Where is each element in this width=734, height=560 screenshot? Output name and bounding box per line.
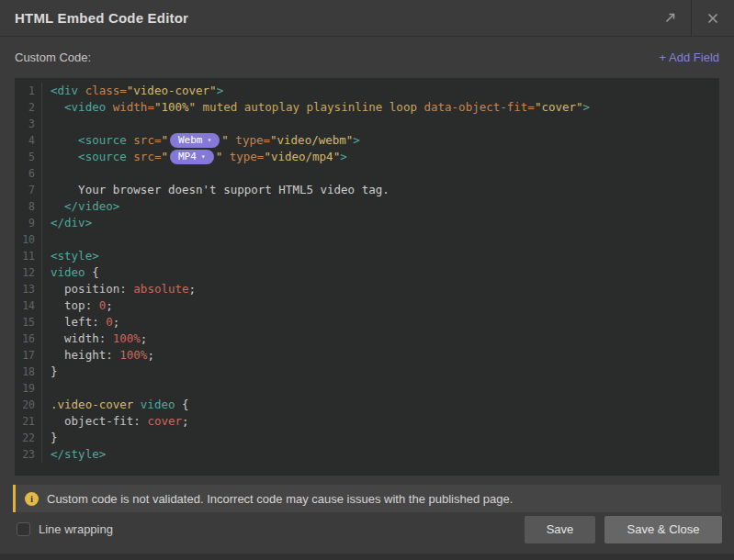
code-line: 3 (15, 116, 719, 132)
close-icon (706, 12, 719, 25)
code-line-content: object-fit: cover; (42, 413, 189, 430)
warning-bar: i Custom code is not validated. Incorrec… (13, 485, 721, 512)
code-line-content: } (42, 430, 58, 446)
webm-source-dropdown[interactable]: Webm▾ (170, 133, 220, 148)
close-button[interactable] (692, 0, 734, 37)
warning-text: Custom code is not validated. Incorrect … (47, 492, 513, 506)
expand-diagonal-icon (663, 11, 677, 25)
line-number: 14 (15, 297, 42, 314)
line-number: 19 (15, 380, 42, 397)
expand-button[interactable] (649, 0, 691, 37)
code-line: 15 left: 0; (15, 314, 719, 330)
code-line: 12video { (15, 264, 719, 281)
line-number: 16 (15, 330, 42, 347)
line-number: 4 (15, 132, 42, 149)
code-line: 2 <video width="100%" muted autoplay pla… (15, 99, 719, 116)
line-wrapping-checkbox[interactable] (17, 522, 30, 536)
line-number: 22 (15, 430, 42, 446)
code-line-content: </style> (42, 446, 106, 463)
code-line: 18} (15, 364, 719, 380)
code-line: 5 <source src="MP4▾" type="video/mp4"> (15, 149, 719, 165)
code-line: 10 (15, 231, 719, 248)
code-line-content: <style> (42, 248, 99, 264)
line-number: 9 (15, 215, 42, 231)
code-line-content: width: 100%; (42, 330, 147, 347)
code-line-content: <video width="100%" muted autoplay plays… (42, 99, 590, 116)
line-number: 10 (15, 231, 42, 248)
code-line: 17 height: 100%; (15, 347, 719, 364)
code-line-content: <source src="MP4▾" type="video/mp4"> (42, 149, 347, 165)
line-number: 3 (15, 116, 42, 132)
code-editor[interactable]: 1<div class="video-cover">2 <video width… (15, 78, 719, 476)
code-line: 21 object-fit: cover; (15, 413, 719, 430)
line-number: 1 (15, 83, 42, 99)
subheader: Custom Code: + Add Field (0, 37, 734, 78)
pill-label: MP4 (178, 150, 197, 164)
line-number: 7 (15, 182, 42, 198)
code-line-content: </video> (42, 198, 119, 215)
code-line: 22} (15, 430, 719, 446)
code-line-content: <source src="Webm▾" type="video/webm"> (42, 132, 360, 149)
line-number: 18 (15, 364, 42, 380)
code-line-content: .video-cover video { (42, 397, 189, 413)
code-line: 20.video-cover video { (15, 397, 719, 413)
code-line-content: } (42, 364, 58, 380)
line-number: 8 (15, 198, 42, 215)
code-line-content (42, 380, 51, 397)
code-line: 1<div class="video-cover"> (15, 83, 719, 99)
code-line: 19 (15, 380, 719, 397)
line-wrapping-label: Line wrapping (39, 522, 113, 536)
code-line: 9</div> (15, 215, 719, 231)
line-number: 2 (15, 99, 42, 116)
code-line-content: video { (42, 264, 99, 281)
code-line: 4 <source src="Webm▾" type="video/webm"> (15, 132, 719, 149)
dialog-bottom-edge (0, 554, 734, 560)
code-line: 8 </video> (15, 198, 719, 215)
code-line-content (42, 231, 51, 248)
footer: Line wrapping Save Save & Close (0, 512, 734, 554)
code-line-content: height: 100%; (42, 347, 154, 364)
code-line-content: <div class="video-cover"> (42, 83, 223, 99)
code-line-content: Your browser doesn't support HTML5 video… (42, 182, 390, 198)
line-number: 17 (15, 347, 42, 364)
code-line-content (42, 116, 51, 132)
line-number: 6 (15, 165, 42, 182)
chevron-down-icon: ▾ (201, 150, 206, 164)
action-buttons: Save Save & Close (525, 516, 722, 543)
line-number: 12 (15, 264, 42, 281)
custom-code-label: Custom Code: (15, 50, 91, 64)
code-line: 11<style> (15, 248, 719, 264)
code-line-content (42, 165, 51, 182)
line-number: 13 (15, 281, 42, 297)
info-icon: i (25, 492, 39, 506)
chevron-down-icon: ▾ (207, 133, 211, 148)
mp4-source-dropdown[interactable]: MP4▾ (170, 150, 214, 164)
line-number: 5 (15, 149, 42, 165)
line-number: 23 (15, 446, 42, 463)
code-line-content: position: absolute; (42, 281, 196, 297)
code-line: 16 width: 100%; (15, 330, 719, 347)
line-number: 11 (15, 248, 42, 264)
code-line: 13 position: absolute; (15, 281, 719, 297)
code-line-content: left: 0; (42, 314, 119, 330)
line-wrapping-option[interactable]: Line wrapping (17, 522, 113, 536)
save-and-close-button[interactable]: Save & Close (604, 516, 722, 543)
code-line: 14 top: 0; (15, 297, 719, 314)
line-number: 20 (15, 397, 42, 413)
line-number: 15 (15, 314, 42, 330)
code-line: 23</style> (15, 446, 719, 463)
titlebar: HTML Embed Code Editor (0, 0, 734, 37)
pill-label: Webm (178, 133, 203, 148)
save-button[interactable]: Save (525, 516, 595, 543)
code-line-content: </div> (42, 215, 92, 231)
html-embed-code-editor-dialog: HTML Embed Code Editor Custom Code: + Ad… (0, 0, 734, 560)
line-number: 21 (15, 413, 42, 430)
dialog-title: HTML Embed Code Editor (0, 10, 649, 26)
code-line: 6 (15, 165, 719, 182)
add-field-button[interactable]: + Add Field (660, 50, 719, 64)
code-line: 7 Your browser doesn't support HTML5 vid… (15, 182, 719, 198)
code-line-content: top: 0; (42, 297, 113, 314)
